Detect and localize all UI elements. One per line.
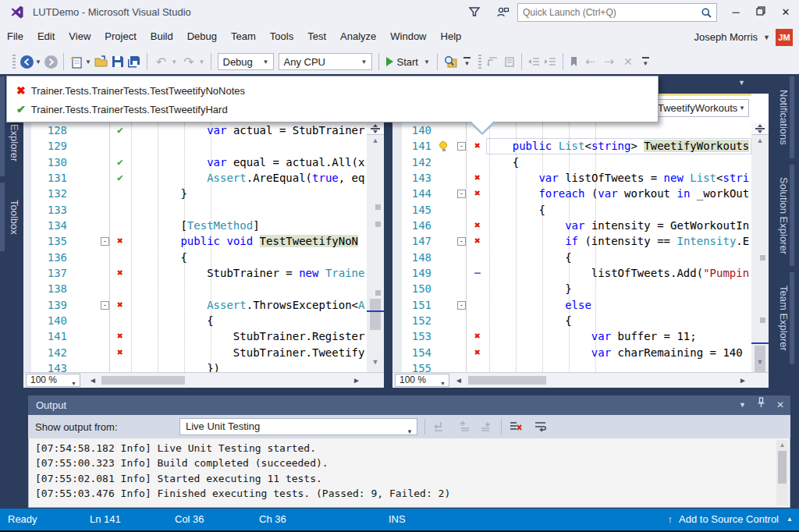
code-line[interactable]: 136 {	[31, 250, 367, 265]
code-line[interactable]: 148 {	[402, 250, 751, 265]
code-line[interactable]: 144-✖ foreach (var workout in _workOut	[402, 186, 751, 201]
scroll-down-arrow[interactable]: ▼	[751, 358, 769, 366]
code-line[interactable]: 151- else	[402, 297, 751, 313]
tool-tab-team-explorer[interactable]: Team Explorer	[774, 272, 794, 364]
collapse-icon[interactable]: -	[101, 237, 109, 246]
code-line[interactable]: 133	[31, 202, 367, 218]
menu-item-tools[interactable]: Tools	[263, 25, 300, 49]
toolbar-drag-handle[interactable]	[12, 55, 16, 69]
save-all-button[interactable]	[127, 52, 141, 71]
test-pass-icon[interactable]: ✔	[112, 154, 128, 170]
start-debug-button[interactable]: Start ▼	[383, 56, 433, 68]
collapse-icon[interactable]: -	[457, 142, 466, 151]
scroll-left-arrow[interactable]: ◄	[455, 376, 463, 385]
user-name[interactable]: Joseph Morris	[694, 31, 758, 43]
window-position-caret-icon[interactable]: ▼	[739, 395, 746, 415]
code-line[interactable]: 128✔ var actual = StubTrainer	[31, 122, 367, 138]
user-menu-caret-icon[interactable]: ▼	[763, 34, 770, 41]
code-line[interactable]: 131✔ Assert.AreEqual(true, eq	[31, 170, 367, 186]
scroll-down-arrow[interactable]: ▼	[367, 358, 384, 366]
code-line[interactable]: 153✖ var buffer = 11;	[402, 328, 751, 344]
clear-all-button[interactable]	[509, 420, 523, 433]
navigate-back-button[interactable]: ▼	[20, 52, 41, 71]
code-line[interactable]: 138	[31, 281, 367, 296]
uncomment-button-disabled[interactable]	[502, 52, 516, 71]
code-line[interactable]: 147-✖ if (intensity == Intensity.E	[402, 233, 751, 249]
close-button[interactable]: ✕	[776, 5, 796, 20]
menu-item-build[interactable]: Build	[144, 25, 180, 49]
split-editor-grip[interactable]	[367, 122, 384, 135]
h-scrollbar-thumb[interactable]	[468, 376, 546, 385]
code-line[interactable]: 145 {	[402, 202, 751, 218]
collapse-icon[interactable]: -	[457, 301, 466, 310]
collapse-icon[interactable]: -	[457, 237, 466, 246]
menu-item-analyze[interactable]: Analyze	[333, 25, 383, 49]
toolbar-overflow-button[interactable]: ▼	[642, 57, 649, 67]
test-result-item[interactable]: ✔Trainer.Tests.TrainerTests.TestTweetify…	[7, 100, 658, 119]
scrollbar-thumb[interactable]	[778, 451, 787, 484]
solution-configuration-dropdown[interactable]: Debug▼	[218, 53, 274, 70]
menu-item-debug[interactable]: Debug	[180, 25, 224, 49]
tool-tab-solution-explorer[interactable]: Solution Explorer	[774, 165, 794, 266]
menu-item-window[interactable]: Window	[383, 25, 433, 49]
code-line[interactable]: 132 }	[31, 186, 367, 201]
scroll-up-arrow[interactable]: ▲	[776, 442, 788, 449]
test-dash-icon[interactable]: —	[469, 265, 486, 281]
code-line[interactable]: 146✖ var intensity = GetWorkoutIn	[402, 218, 751, 233]
output-source-dropdown[interactable]: Live Unit Testing▼	[179, 418, 417, 435]
window-dropdown-caret-icon[interactable]: ▼	[738, 79, 745, 87]
previous-message-button-disabled[interactable]	[459, 420, 473, 433]
menu-item-file[interactable]: File	[0, 25, 30, 49]
minimize-button[interactable]: ─	[726, 5, 746, 20]
code-line[interactable]: 143 })	[31, 360, 367, 372]
quick-launch-box[interactable]	[517, 3, 717, 22]
test-fail-icon[interactable]: ✖	[112, 265, 128, 281]
search-icon[interactable]	[701, 7, 712, 22]
send-feedback-icon[interactable]	[496, 5, 510, 22]
word-wrap-button[interactable]	[534, 420, 548, 433]
code-line[interactable]: 139-✖ Assert.ThrowsException<A	[31, 297, 367, 313]
test-fail-icon[interactable]: ✖	[469, 328, 486, 344]
code-line[interactable]: 150 }	[402, 281, 751, 296]
add-to-source-control-button[interactable]: ↑ Add to Source Control	[668, 513, 779, 525]
pin-icon[interactable]	[757, 395, 765, 415]
code-line[interactable]: 140	[402, 122, 751, 138]
avatar[interactable]: JM	[776, 29, 793, 46]
code-line[interactable]: 137✖ StubTrainer = new Traine	[31, 265, 367, 281]
increase-indent-button-disabled[interactable]	[544, 52, 557, 71]
code-line[interactable]: 141✖ StubTrainer.Register	[31, 328, 367, 344]
menu-item-edit[interactable]: Edit	[30, 25, 62, 49]
source-control-expand-caret-icon[interactable]: ▲	[787, 516, 793, 523]
scroll-left-arrow[interactable]: ◄	[89, 376, 97, 385]
output-scrollbar[interactable]: ▲	[776, 440, 788, 505]
menu-item-help[interactable]: Help	[434, 25, 469, 49]
scroll-up-arrow[interactable]: ▲	[751, 137, 769, 144]
test-fail-icon[interactable]: ✖	[469, 233, 486, 249]
code-line[interactable]: 154✖ var charRemaining = 140	[402, 345, 751, 360]
solution-platform-dropdown[interactable]: Any CPU▼	[279, 53, 372, 70]
test-fail-icon[interactable]: ✖	[469, 170, 486, 186]
toolbar-overflow-button[interactable]: ▼	[463, 57, 471, 67]
test-pass-icon[interactable]: ✔	[112, 170, 128, 186]
code-line[interactable]: 135-✖ public void TestTweetifyNoN	[31, 233, 367, 249]
code-line[interactable]: 130✔ var equal = actual.All(x	[31, 154, 367, 170]
output-log[interactable]: [07:54:58.182 Info] Live Unit Testing st…	[28, 438, 790, 508]
menu-item-team[interactable]: Team	[224, 25, 263, 49]
add-item-button[interactable]	[94, 52, 108, 71]
comment-button-disabled[interactable]	[486, 52, 499, 71]
undo-button[interactable]: ↶▼	[153, 52, 177, 71]
code-line[interactable]: 142✖ StubTrainer.Tweetify	[31, 345, 367, 360]
feedback-filter-icon[interactable]	[468, 5, 481, 21]
vertical-scrollbar[interactable]: ▲ ▼	[367, 122, 384, 372]
code-line[interactable]: 152 {	[402, 313, 751, 328]
navigate-forward-button[interactable]	[44, 52, 58, 71]
close-icon[interactable]: ✕	[776, 395, 784, 415]
code-line[interactable]: 149— listOfTweets.Add("Pumpin	[402, 265, 751, 281]
h-scrollbar-thumb[interactable]	[101, 376, 185, 385]
code-line[interactable]: 141-✖ public List<string> TweetifyWorkou…	[402, 138, 751, 154]
quick-launch-input[interactable]	[523, 5, 691, 20]
clear-bookmarks-button-disabled[interactable]: ✕	[620, 52, 636, 71]
code-line[interactable]: 134 [TestMethod]	[31, 218, 367, 233]
scroll-right-arrow[interactable]: ►	[353, 376, 360, 385]
menu-item-view[interactable]: View	[62, 25, 98, 49]
